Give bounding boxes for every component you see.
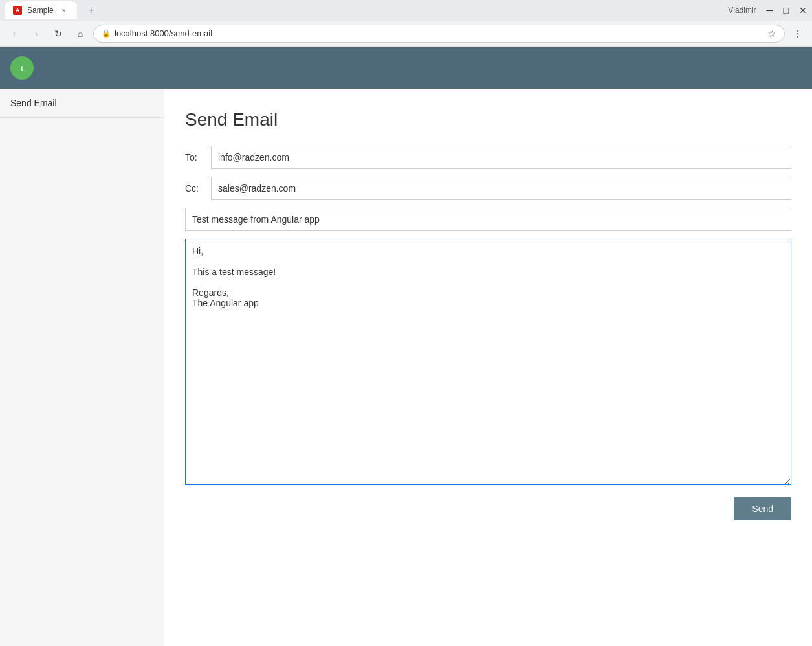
sidebar-item-label: Send Email xyxy=(10,98,57,108)
content-area: Send Email To: Cc: Hi, This a test messa… xyxy=(164,89,812,646)
to-input[interactable] xyxy=(211,146,791,169)
to-row: To: xyxy=(185,146,791,169)
main-area: Send Email Send Email To: Cc: Hi, This a… xyxy=(0,89,812,646)
tab-title: Sample xyxy=(27,6,54,15)
tab-favicon: A xyxy=(13,6,22,15)
restore-button[interactable]: □ xyxy=(784,5,789,16)
nav-bar: ‹ › ↻ ⌂ 🔒 localhost:8000/send-email ☆ ⋮ xyxy=(0,21,812,47)
subject-input[interactable] xyxy=(185,208,791,231)
browser-tab[interactable]: A Sample × xyxy=(5,1,77,19)
title-bar: A Sample × + Vladimir ─ □ ✕ xyxy=(0,0,812,21)
home-button[interactable]: ⌂ xyxy=(71,25,89,43)
title-bar-left: A Sample × + xyxy=(5,1,100,19)
cc-row: Cc: xyxy=(185,177,791,200)
refresh-button[interactable]: ↻ xyxy=(49,25,67,43)
back-nav-button[interactable]: ‹ xyxy=(10,56,34,80)
nav-right-icons: ⋮ xyxy=(789,25,807,43)
app-header: ‹ xyxy=(0,47,812,89)
close-window-button[interactable]: ✕ xyxy=(799,5,807,16)
new-tab-button[interactable]: + xyxy=(82,1,100,19)
minimize-button[interactable]: ─ xyxy=(767,5,773,16)
back-chevron-icon: ‹ xyxy=(20,62,23,74)
address-bar[interactable]: 🔒 localhost:8000/send-email ☆ xyxy=(93,25,785,43)
url-text: localhost:8000/send-email xyxy=(115,28,212,38)
cc-label: Cc: xyxy=(185,183,211,194)
forward-button[interactable]: › xyxy=(27,25,45,43)
sidebar-item-send-email[interactable]: Send Email xyxy=(0,89,164,118)
footer-row: Send xyxy=(185,497,791,520)
browser-chrome: A Sample × + Vladimir ─ □ ✕ ‹ › ↻ ⌂ 🔒 lo xyxy=(0,0,812,47)
tab-close-btn[interactable]: × xyxy=(59,5,69,16)
more-options-button[interactable]: ⋮ xyxy=(789,25,807,43)
sidebar: Send Email xyxy=(0,89,164,646)
send-button[interactable]: Send xyxy=(734,497,791,520)
lock-icon: 🔒 xyxy=(102,29,111,38)
title-bar-right: Vladimir ─ □ ✕ xyxy=(728,5,807,16)
bookmark-icon[interactable]: ☆ xyxy=(768,28,776,39)
page-title: Send Email xyxy=(185,109,791,130)
cc-input[interactable] xyxy=(211,177,791,200)
app-wrapper: ‹ Send Email Send Email To: Cc: Hi, This… xyxy=(0,47,812,646)
back-button[interactable]: ‹ xyxy=(5,25,23,43)
body-textarea[interactable]: Hi, This a test message! Regards, The An… xyxy=(185,239,791,485)
user-name: Vladimir xyxy=(728,6,756,15)
to-label: To: xyxy=(185,152,211,162)
